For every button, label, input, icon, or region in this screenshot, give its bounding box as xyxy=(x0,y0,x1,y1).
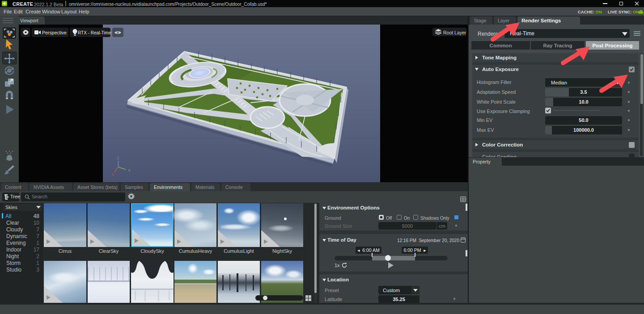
svg-text:X: X xyxy=(111,172,114,177)
svg-text:Y: Y xyxy=(128,168,131,173)
svg-text:Z: Z xyxy=(117,156,119,160)
